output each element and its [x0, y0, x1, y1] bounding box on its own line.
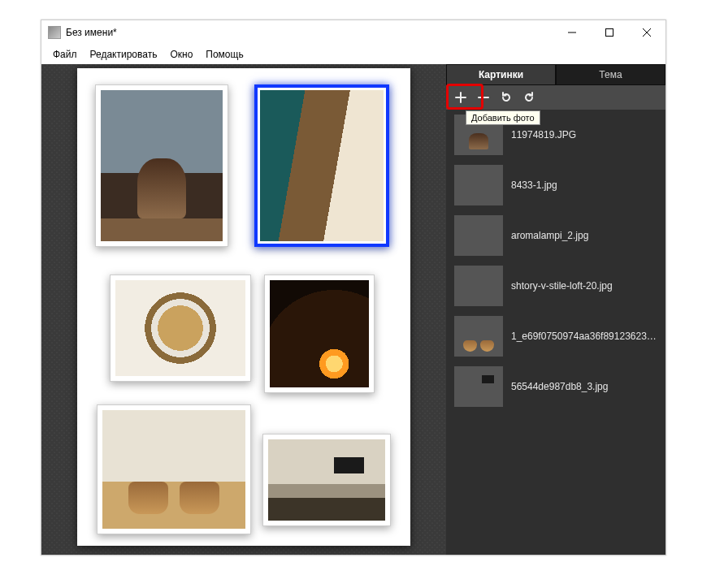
photo-image — [102, 410, 245, 529]
file-name: 56544de987db8_3.jpg — [511, 381, 608, 392]
minus-icon — [478, 92, 489, 103]
app-window: Без имени* Файл Редактировать Окно Помощ… — [41, 19, 666, 556]
tab-pictures[interactable]: Картинки — [446, 64, 556, 85]
rotate-ccw-icon — [501, 92, 512, 103]
collage-photo-1[interactable] — [95, 84, 228, 247]
list-item[interactable]: shtory-v-stile-loft-20.jpg — [446, 261, 665, 311]
collage-photo-6[interactable] — [262, 434, 391, 526]
photo-image — [101, 90, 223, 241]
photo-image — [115, 280, 245, 376]
side-panel: Картинки Тема Добавить фото — [446, 64, 665, 555]
menu-help[interactable]: Помощь — [199, 47, 249, 62]
svg-rect-1 — [606, 29, 613, 37]
window-title: Без имени* — [66, 27, 553, 38]
file-name: shtory-v-stile-loft-20.jpg — [511, 280, 613, 292]
collage-page[interactable] — [77, 68, 410, 546]
maximize-button[interactable] — [591, 20, 628, 45]
workspace: Картинки Тема Добавить фото — [41, 64, 665, 555]
file-name: aromalampi_2.jpg — [511, 230, 588, 241]
menu-file[interactable]: Файл — [46, 47, 84, 62]
menu-edit[interactable]: Редактировать — [84, 47, 164, 62]
canvas-area[interactable] — [41, 64, 446, 555]
photo-image — [260, 90, 384, 241]
photo-image — [268, 439, 385, 521]
panel-toolbar: Добавить фото — [446, 85, 665, 110]
file-list[interactable]: 11974819.JPG 8433-1.jpg aromalampi_2.jpg… — [446, 110, 665, 555]
menubar: Файл Редактировать Окно Помощь — [41, 45, 665, 64]
app-icon — [48, 26, 61, 39]
thumbnail — [454, 366, 503, 407]
thumbnail — [454, 316, 503, 357]
collage-photo-3[interactable] — [110, 275, 251, 382]
photo-image — [270, 280, 369, 387]
file-name: 8433-1.jpg — [511, 179, 557, 191]
rotate-right-button[interactable] — [521, 89, 537, 106]
menu-window[interactable]: Окно — [163, 47, 199, 62]
tab-theme[interactable]: Тема — [556, 64, 665, 85]
side-tabs: Картинки Тема — [446, 64, 665, 85]
rotate-left-button[interactable] — [498, 89, 514, 106]
file-name: 11974819.JPG — [511, 129, 576, 141]
collage-photo-5[interactable] — [97, 404, 251, 534]
plus-icon — [455, 92, 466, 103]
list-item[interactable]: 8433-1.jpg — [446, 160, 665, 210]
list-item[interactable]: 1_e69f0750974aa36f891236238e29 — [446, 311, 665, 361]
titlebar: Без имени* — [41, 20, 665, 45]
thumbnail — [454, 165, 503, 205]
list-item[interactable]: 56544de987db8_3.jpg — [446, 361, 665, 412]
file-name: 1_e69f0750974aa36f891236238e29 — [511, 331, 657, 342]
window-buttons — [553, 20, 665, 45]
thumbnail — [454, 266, 503, 306]
add-photo-button[interactable] — [453, 89, 469, 106]
close-button[interactable] — [628, 20, 665, 45]
list-item[interactable]: aromalampi_2.jpg — [446, 210, 665, 261]
collage-photo-2-selected[interactable] — [254, 84, 389, 247]
collage-photo-4[interactable] — [264, 275, 375, 393]
rotate-cw-icon — [523, 92, 535, 103]
thumbnail — [454, 215, 503, 256]
remove-photo-button[interactable] — [475, 89, 492, 106]
minimize-button[interactable] — [553, 20, 591, 45]
add-photo-tooltip: Добавить фото — [466, 110, 540, 125]
